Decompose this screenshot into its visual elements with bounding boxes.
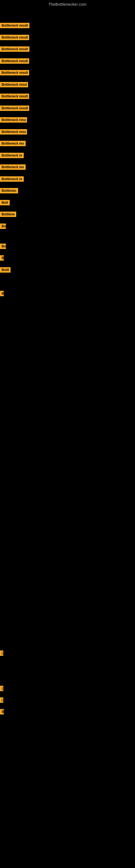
bottleneck-badge[interactable]: Bottleneck result (0, 94, 29, 99)
bottleneck-badge[interactable]: Bottleneck result (0, 46, 30, 52)
bottleneck-badge[interactable]: Bottleneck result (0, 70, 29, 75)
bottleneck-badge[interactable]: Bottleneck result (0, 35, 29, 40)
bottleneck-badge[interactable]: | (0, 650, 3, 656)
site-title: TheBottlenecker.com (0, 0, 135, 8)
bottleneck-badge[interactable]: Bottleneck re (0, 153, 24, 158)
bottleneck-badge[interactable]: Bottlene (0, 212, 16, 217)
bottleneck-badge[interactable]: | (0, 686, 3, 691)
bottleneck-badge[interactable]: Bottl (0, 267, 10, 273)
bottleneck-badge[interactable]: | (0, 698, 3, 703)
bottleneck-badge[interactable]: Bott (0, 200, 10, 205)
bottleneck-badge[interactable]: Bottleneck res (0, 141, 26, 146)
bottleneck-badge[interactable]: Bottleneck result (0, 105, 29, 111)
bottleneck-badge[interactable]: Bottleneck resu (0, 129, 27, 134)
bottleneck-badge[interactable]: Bottleneck re (0, 176, 24, 182)
bottleneck-badge[interactable]: B (0, 255, 4, 261)
bottleneck-badge[interactable]: Bottleneck res (0, 164, 26, 170)
bottleneck-badge[interactable]: Bottleneck result (0, 58, 29, 64)
bottleneck-badge[interactable]: Bo (0, 244, 6, 249)
bottleneck-badge[interactable]: B (0, 709, 4, 714)
bottleneck-badge[interactable]: Bottleneck resul (0, 82, 28, 87)
bottleneck-badge[interactable]: B (0, 291, 4, 296)
bottleneck-badge[interactable]: Bottlenec (0, 188, 18, 193)
bottleneck-badge[interactable]: Bottleneck result (0, 23, 30, 28)
bottleneck-badge[interactable]: Bottleneck resu (0, 117, 27, 123)
bottleneck-badge[interactable]: Bo (0, 223, 6, 229)
